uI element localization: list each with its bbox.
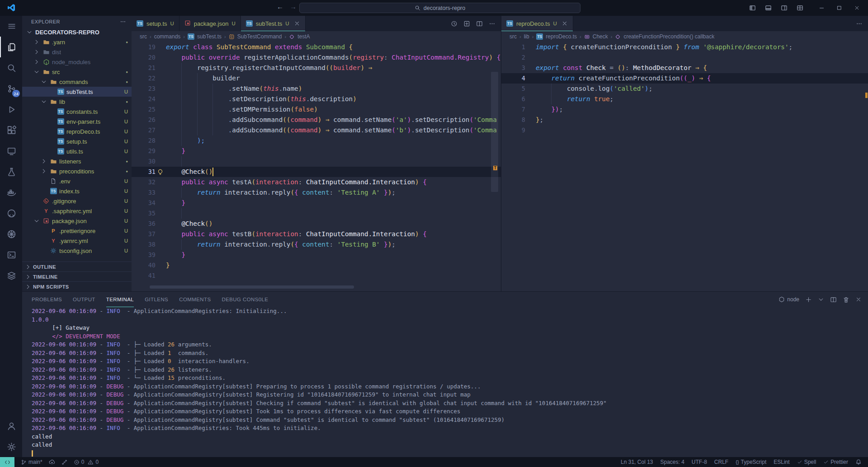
panel-tab-output[interactable]: OUTPUT bbox=[73, 292, 95, 307]
activity-item-remote-explorer[interactable] bbox=[0, 140, 22, 161]
code-editor[interactable]: 19export class SubTestCommand extends Su… bbox=[132, 42, 501, 291]
panel-tab-problems[interactable]: PROBLEMS bbox=[32, 292, 62, 307]
breadcrumb-item[interactable]: src bbox=[509, 33, 517, 40]
status-prettier[interactable]: Prettier bbox=[823, 459, 848, 465]
panel-tab-gitlens[interactable]: GITLENS bbox=[145, 292, 168, 307]
status-cursor-position[interactable]: Ln 31, Col 13 bbox=[621, 459, 653, 465]
vertical-scrollbar[interactable] bbox=[491, 72, 498, 192]
breadcrumb[interactable]: src›commands›TSsubTest.ts›SubTestCommand… bbox=[132, 31, 501, 42]
tree-item-utils.ts[interactable]: TSutils.tsU bbox=[22, 146, 132, 156]
activity-item-docker[interactable] bbox=[0, 182, 22, 203]
status-encoding[interactable]: UTF-8 bbox=[692, 459, 707, 465]
breadcrumb-item[interactable]: testA bbox=[297, 33, 310, 40]
terminal-profile[interactable]: node bbox=[778, 296, 799, 303]
tree-item-listeners[interactable]: listeners● bbox=[22, 156, 132, 166]
status-indentation[interactable]: Spaces: 4 bbox=[660, 459, 684, 465]
window-minimize-icon[interactable] bbox=[819, 5, 825, 11]
tree-item-index.ts[interactable]: TSindex.tsU bbox=[22, 186, 132, 196]
activity-item-settings[interactable] bbox=[0, 436, 22, 457]
activity-item-explorer[interactable] bbox=[0, 37, 22, 57]
tab-package.json[interactable]: package.jsonU bbox=[179, 16, 241, 31]
tree-item-package.json[interactable]: package.jsonU bbox=[22, 216, 132, 226]
breadcrumb-item[interactable]: SubTestCommand bbox=[237, 33, 282, 40]
tree-item-constants.ts[interactable]: TSconstants.tsU bbox=[22, 107, 132, 117]
tab-subTest.ts[interactable]: TSsubTest.tsU bbox=[241, 16, 306, 31]
tree-item-env-parser.ts[interactable]: TSenv-parser.tsU bbox=[22, 117, 132, 126]
tab-close-icon[interactable] bbox=[561, 20, 568, 27]
problems-status[interactable]: 00 bbox=[74, 459, 99, 465]
code-editor[interactable]: 1import { createFunctionPrecondition } f… bbox=[501, 42, 868, 291]
tree-item-commands[interactable]: commands● bbox=[22, 77, 132, 87]
status-notifications[interactable] bbox=[855, 459, 862, 465]
customize-layout-icon[interactable] bbox=[797, 5, 803, 11]
breadcrumb-item[interactable]: lib bbox=[524, 33, 529, 40]
tree-item-.yarnrc.yml[interactable]: Y.yarnrc.ymlU bbox=[22, 236, 132, 246]
sidebar-section-timeline[interactable]: TIMELINE bbox=[22, 271, 132, 281]
status-gitlens-graph[interactable] bbox=[61, 459, 67, 465]
activity-item-menu[interactable] bbox=[0, 16, 22, 37]
terminal-output[interactable]: 2022-09-06 00:16:09 - INFO - Application… bbox=[22, 307, 868, 457]
sidebar-section-npm-scripts[interactable]: NPM SCRIPTS bbox=[22, 281, 132, 291]
tree-item-lib[interactable]: lib● bbox=[22, 97, 132, 107]
toggle-sidebar-icon[interactable] bbox=[749, 5, 756, 11]
tab-close-icon[interactable] bbox=[294, 20, 300, 27]
toggle-panel-icon[interactable] bbox=[765, 5, 772, 11]
breadcrumb-item[interactable]: createFunctionPrecondition() callback bbox=[623, 33, 714, 40]
status-eslint[interactable]: ESLint bbox=[774, 459, 789, 465]
split-terminal-icon[interactable] bbox=[830, 296, 837, 303]
kill-terminal-icon[interactable] bbox=[843, 296, 849, 303]
status-eol[interactable]: CRLF bbox=[714, 459, 728, 465]
toggle-secondary-sidebar-icon[interactable] bbox=[781, 5, 788, 11]
activity-item-search[interactable] bbox=[0, 57, 22, 78]
activity-item-source-control[interactable]: 24 bbox=[0, 78, 22, 99]
remote-indicator[interactable] bbox=[0, 457, 14, 467]
tab-reproDeco.ts[interactable]: TSreproDeco.tsU bbox=[501, 16, 573, 31]
breadcrumb-item[interactable]: commands bbox=[154, 33, 181, 40]
nav-back-icon[interactable]: ← bbox=[277, 3, 283, 10]
tree-item-DECORATORS-REPRO[interactable]: DECORATORS-REPRO bbox=[22, 27, 132, 37]
tree-item-.yarn[interactable]: .yarn● bbox=[22, 37, 132, 47]
activity-item-github[interactable] bbox=[0, 203, 22, 224]
tab-setup.ts[interactable]: TSsetup.tsU bbox=[132, 16, 179, 31]
activity-item-accounts[interactable] bbox=[0, 416, 22, 436]
panel-tab-comments[interactable]: COMMENTS bbox=[179, 292, 211, 307]
activity-item-extensions[interactable] bbox=[0, 120, 22, 140]
more-icon[interactable] bbox=[856, 20, 863, 27]
window-close-icon[interactable] bbox=[854, 5, 860, 11]
panel-tab-terminal[interactable]: TERMINAL bbox=[106, 292, 134, 307]
status-language-mode[interactable]: {}TypeScript bbox=[736, 459, 766, 465]
lightbulb-icon[interactable] bbox=[157, 168, 164, 175]
explorer-more-actions-icon[interactable] bbox=[120, 19, 126, 25]
breadcrumb-item[interactable]: subTest.ts bbox=[197, 33, 222, 40]
panel-tab-debug-cons0le[interactable]: DEBUG CONS0LE bbox=[222, 292, 268, 307]
more-icon[interactable] bbox=[489, 20, 495, 27]
sidebar-section-outline[interactable]: OUTLINE bbox=[22, 262, 132, 271]
tree-item-preconditions[interactable]: preconditions● bbox=[22, 166, 132, 176]
activity-item-kubernetes[interactable] bbox=[0, 224, 22, 244]
tree-item-.sapphirerc.yml[interactable]: Y.sapphirerc.ymlU bbox=[22, 206, 132, 216]
activity-item-gitlens[interactable] bbox=[0, 265, 22, 286]
new-terminal-icon[interactable] bbox=[805, 296, 812, 303]
status-git-branch[interactable]: main* bbox=[21, 459, 42, 465]
window-maximize-icon[interactable] bbox=[836, 5, 842, 11]
tree-item-.prettierignore[interactable]: P.prettierignoreU bbox=[22, 226, 132, 236]
split-editor-icon[interactable] bbox=[476, 20, 483, 27]
tree-item-.env[interactable]: .envU bbox=[22, 176, 132, 186]
status-spell[interactable]: Spell bbox=[797, 459, 816, 465]
breadcrumb-item[interactable]: src bbox=[140, 33, 147, 40]
horizontal-scrollbar[interactable] bbox=[150, 285, 354, 289]
activity-item-testing[interactable] bbox=[0, 161, 22, 182]
activity-item-terminal[interactable] bbox=[0, 244, 22, 265]
terminal-dropdown-icon[interactable] bbox=[818, 296, 824, 303]
breadcrumb[interactable]: src›lib›TSreproDeco.ts›Check›createFunct… bbox=[501, 31, 868, 42]
tree-item-src[interactable]: src● bbox=[22, 67, 132, 77]
nav-forward-icon[interactable]: → bbox=[290, 3, 297, 10]
close-panel-icon[interactable] bbox=[855, 296, 862, 303]
tree-item-dist[interactable]: dist bbox=[22, 47, 132, 57]
command-center-search[interactable]: decorators-repro bbox=[299, 3, 580, 13]
tree-item-.gitignore[interactable]: .gitignoreU bbox=[22, 196, 132, 206]
breadcrumb-item[interactable]: reproDeco.ts bbox=[546, 33, 577, 40]
tree-item-reproDeco.ts[interactable]: TSreproDeco.tsU bbox=[22, 126, 132, 136]
tree-item-subTest.ts[interactable]: TSsubTest.tsU bbox=[22, 87, 132, 97]
history-icon[interactable] bbox=[451, 20, 458, 27]
